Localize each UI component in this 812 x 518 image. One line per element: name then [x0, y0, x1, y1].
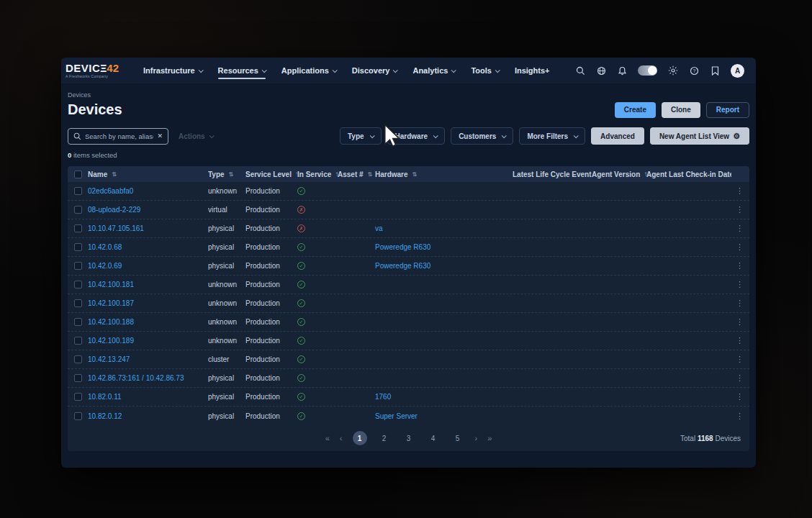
hardware-link[interactable]: va: [375, 224, 383, 232]
kebab-menu-icon[interactable]: ⋮: [736, 299, 744, 308]
device-name-link[interactable]: 10.42.100.187: [88, 299, 134, 307]
table-row[interactable]: 10.82.0.12physicalProduction✓Super Serve…: [68, 406, 749, 425]
row-checkbox[interactable]: [74, 206, 82, 214]
kebab-menu-icon[interactable]: ⋮: [736, 224, 744, 233]
select-all-checkbox[interactable]: [74, 171, 82, 178]
table-row[interactable]: 10.42.100.181unknownProduction✓⋮: [68, 276, 749, 294]
row-checkbox[interactable]: [74, 355, 82, 363]
hardware-link[interactable]: Super Server: [375, 412, 418, 420]
sort-icon[interactable]: ⇅: [368, 171, 373, 178]
column-header-latest-life-cycle-event[interactable]: Latest Life Cycle Event: [513, 171, 592, 178]
bookmark-icon[interactable]: [710, 65, 720, 76]
kebab-menu-icon[interactable]: ⋮: [736, 242, 744, 252]
breadcrumb[interactable]: Devices: [68, 91, 749, 99]
clear-search-icon[interactable]: ✕: [157, 132, 163, 140]
device-name-link[interactable]: 10.42.100.181: [88, 281, 134, 288]
row-checkbox[interactable]: [74, 281, 82, 288]
filter-hardware[interactable]: Hardware: [387, 127, 446, 145]
nav-item-analytics[interactable]: Analytics: [412, 59, 455, 82]
table-row[interactable]: 10.10.47.105.161physicalProduction✗va⋮: [68, 219, 749, 238]
row-checkbox[interactable]: [74, 224, 82, 232]
table-row[interactable]: 10.42.13.247clusterProduction✓⋮: [68, 350, 749, 369]
bell-icon[interactable]: [617, 65, 627, 76]
device42-logo[interactable]: DEVICΞ42 A Freshworks Company: [66, 63, 119, 78]
column-header-agent-version[interactable]: Agent Version⇅: [592, 171, 646, 178]
device-name-link[interactable]: 10.82.0.11: [88, 393, 122, 401]
hardware-link[interactable]: 1760: [375, 393, 391, 401]
row-checkbox[interactable]: [74, 374, 82, 382]
filter-type[interactable]: Type: [340, 127, 382, 145]
actions-dropdown[interactable]: Actions: [179, 132, 213, 140]
last-page-button[interactable]: »: [487, 434, 492, 442]
page-button-3[interactable]: 3: [402, 431, 416, 445]
device-name-link[interactable]: 10.42.13.247: [88, 355, 130, 363]
device-name-link[interactable]: 08-upload-2-229: [88, 206, 140, 214]
kebab-menu-icon[interactable]: ⋮: [736, 392, 744, 401]
row-checkbox[interactable]: [74, 393, 82, 401]
prev-page-button[interactable]: ‹: [340, 434, 343, 442]
page-button-5[interactable]: 5: [451, 431, 465, 445]
hardware-link[interactable]: Poweredge R630: [375, 262, 430, 270]
kebab-menu-icon[interactable]: ⋮: [736, 355, 744, 364]
table-row[interactable]: 10.42.100.188unknownProduction✓⋮: [68, 313, 749, 332]
page-button-1[interactable]: 1: [353, 431, 367, 445]
user-avatar[interactable]: A: [731, 64, 744, 78]
column-header-service-level[interactable]: Service Level⇅: [245, 171, 297, 178]
nav-item-discovery[interactable]: Discovery: [352, 59, 397, 82]
new-agent-list-view-button[interactable]: New Agent List View ⚙: [650, 127, 749, 145]
table-row[interactable]: 10.42.100.189unknownProduction✓⋮: [68, 332, 749, 350]
device-name-link[interactable]: 10.10.47.105.161: [88, 224, 144, 232]
device-name-link[interactable]: 10.42.0.68: [88, 243, 122, 251]
table-row[interactable]: 08-upload-2-229virtualProduction✗⋮: [68, 201, 749, 219]
nav-item-resources[interactable]: Resources: [218, 59, 266, 82]
table-row[interactable]: 10.42.0.68physicalProduction✓Poweredge R…: [68, 238, 749, 257]
row-checkbox[interactable]: [74, 412, 82, 420]
table-row[interactable]: 10.42.86.73:161 / 10.42.86.73physicalPro…: [68, 369, 749, 388]
column-header-hardware[interactable]: Hardware⇅: [375, 171, 513, 178]
kebab-menu-icon[interactable]: ⋮: [736, 205, 744, 214]
nav-item-insights-[interactable]: Insights+: [515, 59, 550, 82]
nav-item-infrastructure[interactable]: Infrastructure: [143, 59, 202, 82]
sort-icon[interactable]: ⇅: [412, 171, 418, 178]
column-header-type[interactable]: Type⇅: [208, 171, 245, 178]
device-name-link[interactable]: 10.42.100.189: [88, 337, 134, 345]
filter-more-filters[interactable]: More Filters: [519, 127, 585, 145]
theme-toggle[interactable]: [638, 65, 657, 76]
kebab-menu-icon[interactable]: ⋮: [736, 373, 744, 383]
device-name-link[interactable]: 10.42.0.69: [88, 262, 122, 270]
device-name-link[interactable]: 10.42.86.73:161 / 10.42.86.73: [88, 374, 184, 382]
nav-item-applications[interactable]: Applications: [281, 59, 336, 82]
globe-icon[interactable]: [596, 65, 606, 76]
table-row[interactable]: 10.42.100.187unknownProduction✓⋮: [68, 294, 749, 313]
kebab-menu-icon[interactable]: ⋮: [736, 336, 744, 345]
search-icon[interactable]: [575, 65, 585, 76]
sort-icon[interactable]: ⇅: [112, 171, 117, 178]
help-icon[interactable]: ?: [689, 65, 699, 76]
device-name-link[interactable]: 10.82.0.12: [88, 412, 122, 420]
row-checkbox[interactable]: [74, 243, 82, 251]
filter-customers[interactable]: Customers: [451, 127, 513, 145]
table-row[interactable]: 10.82.0.11physicalProduction✓1760⋮: [68, 388, 749, 406]
device-name-link[interactable]: 02edc6aabfa0: [88, 187, 133, 195]
column-header-agent-last-check-in-date[interactable]: Agent Last Check-in Date⇅: [646, 171, 731, 178]
column-header-asset-[interactable]: Asset #⇅: [338, 171, 375, 178]
kebab-menu-icon[interactable]: ⋮: [736, 280, 744, 289]
nav-item-tools[interactable]: Tools: [471, 59, 499, 82]
row-checkbox[interactable]: [74, 337, 82, 345]
next-page-button[interactable]: ›: [475, 434, 478, 442]
column-header-in-service[interactable]: In Service⇅: [297, 171, 338, 178]
table-row[interactable]: 10.42.0.69physicalProduction✓Poweredge R…: [68, 257, 749, 276]
row-checkbox[interactable]: [74, 318, 82, 326]
create-button[interactable]: Create: [615, 102, 656, 118]
row-checkbox[interactable]: [74, 187, 82, 195]
advanced-button[interactable]: Advanced: [591, 127, 644, 145]
hardware-link[interactable]: Poweredge R630: [375, 243, 430, 251]
device-name-link[interactable]: 10.42.100.188: [88, 318, 134, 326]
first-page-button[interactable]: «: [325, 434, 330, 442]
gear-icon[interactable]: [668, 65, 678, 76]
kebab-menu-icon[interactable]: ⋮: [736, 186, 744, 196]
report-button[interactable]: Report: [706, 102, 749, 118]
kebab-menu-icon[interactable]: ⋮: [736, 412, 744, 421]
table-row[interactable]: 02edc6aabfa0unknownProduction✓⋮: [68, 182, 749, 201]
clone-button[interactable]: Clone: [662, 102, 700, 118]
